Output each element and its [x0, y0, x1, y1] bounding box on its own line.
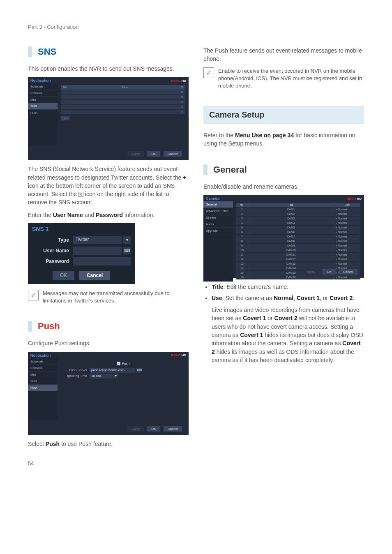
sidebar-item[interactable]: Schedule: [28, 83, 58, 90]
remove-icon[interactable]: ✕: [179, 110, 185, 114]
cancel-button[interactable]: Cancel: [164, 426, 182, 432]
dialog-ok-button[interactable]: OK: [53, 271, 74, 280]
table-row: 3CAM3▾Normal: [236, 217, 361, 221]
cell-use-dropdown[interactable]: ▾Normal: [334, 221, 360, 225]
add-sns-button[interactable]: +: [61, 116, 69, 120]
cell-title[interactable]: CAM7: [248, 235, 334, 239]
push-checkbox[interactable]: ✓: [117, 362, 120, 365]
password-input[interactable]: [73, 257, 131, 265]
cell-use-dropdown[interactable]: ▾Normal: [334, 212, 360, 216]
cell-title[interactable]: CAM1: [248, 208, 334, 212]
menu-use-link[interactable]: Menu Use on page 34: [235, 132, 294, 138]
sns-desc-2: Enter the User Name and Password informa…: [28, 211, 189, 219]
cell-no: 12: [236, 257, 248, 261]
keyboard-icon[interactable]: ⌨: [123, 247, 131, 254]
type-label: Type: [32, 237, 73, 243]
cell-title[interactable]: CAM2: [248, 212, 334, 216]
x-icon: ✕: [78, 192, 83, 197]
app-sidebar: Schedule Callback Mail SNS Push: [28, 358, 58, 420]
app-section-label: Notification: [30, 78, 51, 83]
sidebar-item[interactable]: Advanced Setup: [203, 208, 233, 215]
cell-title[interactable]: CAM4: [248, 221, 334, 225]
sidebar-item-active[interactable]: Push: [28, 385, 58, 391]
col-header-sns: SNS: [70, 85, 179, 90]
table-row: 2CAM2▾Normal: [236, 212, 361, 216]
cell-title[interactable]: CAM6: [248, 230, 334, 234]
push-desc: Select Push to use Push feature.: [28, 440, 189, 448]
cell-title[interactable]: CAM3: [248, 217, 334, 221]
heading-text: Push: [38, 321, 60, 332]
sidebar-item[interactable]: Mail: [28, 372, 58, 378]
cell-use-dropdown[interactable]: ▾Normal: [334, 208, 360, 212]
sidebar-item[interactable]: Schedule: [28, 358, 58, 365]
dialog-title: SNS 1: [28, 223, 135, 235]
push-intro: Configure Push settings.: [28, 339, 189, 347]
apply-button[interactable]: Apply: [127, 151, 144, 157]
brand-logo: REVO HD: [347, 197, 362, 201]
dialog-cancel-button[interactable]: Cancel: [79, 271, 110, 280]
cell-use-dropdown[interactable]: ▾Normal: [334, 253, 360, 257]
sidebar-item[interactable]: Callback: [28, 365, 58, 372]
sns-table: No. SNS ✕ ✕ ✕ ✕ ✕ ✕: [61, 85, 185, 114]
cell-title[interactable]: CAM8: [248, 239, 334, 243]
cell-use-dropdown[interactable]: ▾Normal: [334, 244, 360, 248]
ok-button[interactable]: OK: [147, 426, 160, 432]
sidebar-item[interactable]: SNS: [28, 378, 58, 385]
remove-icon[interactable]: ✕: [179, 100, 185, 104]
cell-title[interactable]: CAM12: [248, 257, 334, 261]
dropdown-icon[interactable]: ▾: [123, 236, 131, 244]
sidebar-item[interactable]: Push: [28, 110, 58, 116]
dropdown-icon[interactable]: ▾: [113, 374, 118, 379]
keyboard-icon[interactable]: ⌨: [136, 368, 141, 373]
cell-title[interactable]: CAM5: [248, 226, 334, 230]
cell-no: 10: [236, 248, 248, 252]
sidebar-item[interactable]: Callback: [28, 90, 58, 97]
apply-button[interactable]: Apply: [303, 269, 319, 275]
ok-button[interactable]: OK: [147, 151, 160, 157]
cell-title[interactable]: CAM11: [248, 253, 334, 257]
cell-use-dropdown[interactable]: ▾Normal: [334, 257, 360, 261]
type-dropdown[interactable]: Twitter: [73, 236, 122, 244]
username-input[interactable]: [73, 247, 122, 255]
cancel-button[interactable]: Cancel: [339, 269, 357, 275]
app-section-label: Camera: [206, 196, 219, 201]
heading-text: General: [213, 164, 247, 175]
use-paragraph: Live images and video recordings from ca…: [212, 306, 364, 364]
ignore-time-label: Ignoring Time: [61, 374, 90, 378]
cell-use-dropdown[interactable]: ▾Normal: [334, 226, 360, 230]
cell-no: 14: [236, 266, 248, 270]
remove-icon[interactable]: ✕: [179, 90, 185, 95]
push-server-field[interactable]: push.revoamerica.com: [90, 368, 135, 373]
remove-icon[interactable]: ✕: [179, 105, 185, 109]
apply-button[interactable]: Apply: [127, 426, 144, 432]
table-row: 5CAM5▾Normal: [236, 226, 361, 230]
col-header-remove: ✕: [179, 85, 185, 90]
cell-title[interactable]: CAM10: [248, 248, 334, 252]
check-icon: ✓: [28, 290, 39, 300]
cell-title[interactable]: CAM9: [248, 244, 334, 248]
cell-use-dropdown[interactable]: ▾Normal: [334, 239, 360, 243]
sidebar-item-active[interactable]: General: [203, 201, 233, 208]
cell-title[interactable]: CAM13: [248, 262, 334, 266]
sidebar-item-active[interactable]: SNS: [28, 103, 58, 110]
cell-no: 15: [236, 271, 248, 275]
cell-use-dropdown[interactable]: ▾Normal: [334, 248, 360, 252]
sns-intro: This option enables the NVR to send out …: [28, 65, 189, 73]
sidebar-item[interactable]: Upgrade: [203, 228, 233, 234]
sidebar-item[interactable]: Stream: [203, 215, 233, 221]
push-server-label: Push Server: [61, 368, 90, 372]
cancel-button[interactable]: Cancel: [164, 151, 182, 157]
cell-use-dropdown[interactable]: ▾Normal: [334, 235, 360, 239]
table-row: 9CAM9▾Normal: [236, 244, 361, 248]
remove-icon[interactable]: ✕: [179, 95, 185, 99]
brand-logo: REVO HD: [171, 79, 186, 83]
sidebar-item[interactable]: Audio: [203, 221, 233, 228]
cell-use-dropdown[interactable]: ▾Normal: [334, 262, 360, 266]
cell-use-dropdown[interactable]: ▾Normal: [334, 217, 360, 221]
sidebar-item[interactable]: Mail: [28, 97, 58, 103]
username-label: User Name: [32, 248, 73, 254]
table-row: 1CAM1▾Normal: [236, 208, 361, 212]
ignore-time-field[interactable]: 10 sec.: [90, 374, 113, 379]
cell-use-dropdown[interactable]: ▾Normal: [334, 230, 360, 234]
ok-button[interactable]: OK: [323, 269, 336, 275]
